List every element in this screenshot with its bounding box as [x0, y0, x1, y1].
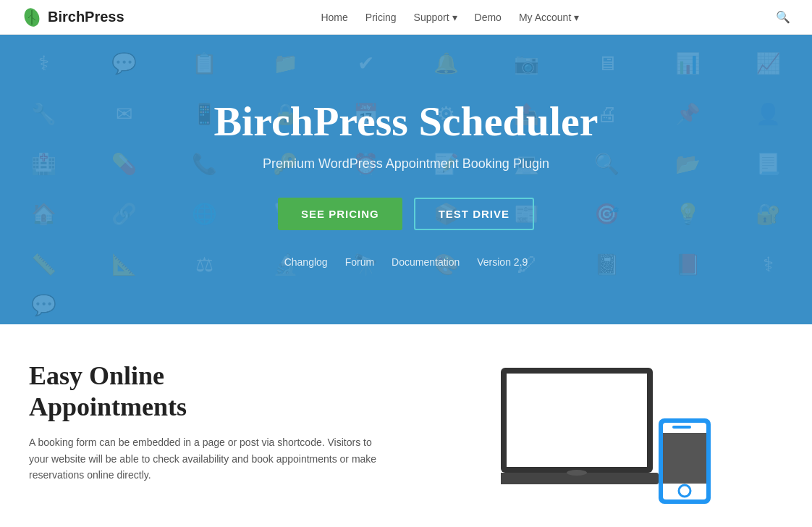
nav-item-myaccount[interactable]: My Account ▾ — [519, 11, 579, 24]
search-icon: 🔍 — [776, 11, 790, 23]
nav-item-demo[interactable]: Demo — [475, 11, 502, 24]
content-text-block: Easy OnlineAppointments A booking form c… — [29, 361, 384, 484]
content-description: A booking form can be embedded in a page… — [29, 434, 384, 483]
bg-icon: 📓 — [570, 243, 643, 286]
bg-icon: 🔧 — [7, 92, 80, 135]
bg-icon: 💬 — [88, 42, 161, 85]
version-link[interactable]: Version 2.9 — [477, 256, 528, 268]
changlog-link[interactable]: Changlog — [284, 256, 328, 268]
bg-icon: 📏 — [7, 243, 80, 286]
see-pricing-button[interactable]: SEE PRICING — [278, 198, 402, 230]
svg-rect-5 — [507, 374, 647, 467]
bg-icon: 💬 — [7, 293, 80, 317]
logo-text: BirchPress — [48, 9, 124, 25]
nav-item-support[interactable]: Support ▾ — [414, 11, 457, 24]
devices-illustration — [501, 368, 711, 520]
bg-icon: 📂 — [651, 143, 724, 185]
bg-icon: 🌐 — [168, 193, 241, 235]
bg-icon: 🏠 — [7, 193, 80, 235]
bg-icon: ✔ — [329, 42, 402, 85]
bg-icon: 📷 — [490, 42, 563, 85]
hero-title: BirchPress Scheduler — [213, 98, 598, 145]
bg-icon: 🔗 — [88, 193, 161, 235]
svg-rect-11 — [663, 433, 706, 484]
bg-icon: 🖥 — [570, 42, 643, 85]
hero-footer-links: Changlog Forum Documentation Version 2.9 — [284, 256, 528, 268]
nav-item-pricing[interactable]: Pricing — [365, 11, 397, 24]
bg-icon: 💡 — [651, 193, 724, 235]
nav-links: Home Pricing Support ▾ Demo My Account ▾ — [321, 11, 579, 24]
forum-link[interactable]: Forum — [345, 256, 374, 268]
bg-icon: 📌 — [651, 92, 724, 135]
bg-icon: ⚕ — [7, 42, 80, 85]
content-image — [428, 361, 783, 520]
birchpress-logo-icon — [22, 7, 42, 28]
bg-icon: 🏥 — [7, 143, 80, 185]
bg-icon: 📕 — [651, 243, 724, 286]
bg-icon: ✉ — [88, 92, 161, 135]
test-drive-button[interactable]: TEST DRIVE — [414, 198, 534, 230]
navbar: BirchPress Home Pricing Support ▾ Demo M… — [0, 0, 812, 35]
bg-icon: 📈 — [732, 42, 805, 85]
bg-icon: 📞 — [168, 143, 241, 185]
bg-icon: ⚖ — [168, 243, 241, 286]
bg-icon: 📐 — [88, 243, 161, 286]
documentation-link[interactable]: Documentation — [392, 256, 460, 268]
svg-rect-10 — [672, 426, 691, 429]
bg-icon: 👤 — [732, 92, 805, 135]
bg-icon: ⚕ — [732, 243, 805, 286]
bg-icon: 💊 — [88, 143, 161, 185]
bg-icon: 🔍 — [570, 143, 643, 185]
hero-section: ⚕ 💬 📋 📁 ✔ 🔔 📷 🖥 📊 📈 🔧 ✉ 📱 🔒 📅 ⚙ 📤 🖨 📌 👤 … — [0, 35, 812, 324]
bg-icon: 📁 — [249, 42, 322, 85]
logo-link[interactable]: BirchPress — [22, 7, 124, 28]
bg-icon: 📃 — [732, 143, 805, 185]
content-section: Easy OnlineAppointments A booking form c… — [0, 324, 812, 527]
hero-subtitle: Premium WordPress Appointment Booking Pl… — [263, 156, 549, 172]
nav-item-home[interactable]: Home — [321, 11, 347, 24]
bg-icon: 📋 — [168, 42, 241, 85]
hero-background-icons: ⚕ 💬 📋 📁 ✔ 🔔 📷 🖥 📊 📈 🔧 ✉ 📱 🔒 📅 ⚙ 📤 🖨 📌 👤 … — [0, 35, 812, 324]
bg-icon: 🔔 — [410, 42, 483, 85]
search-button[interactable]: 🔍 — [776, 10, 790, 24]
bg-icon: 🎯 — [570, 193, 643, 235]
hero-buttons: SEE PRICING TEST DRIVE — [278, 198, 534, 230]
bg-icon: 📊 — [651, 42, 724, 85]
content-title: Easy OnlineAppointments — [29, 361, 384, 423]
svg-point-7 — [567, 470, 587, 476]
bg-icon: 🔐 — [732, 193, 805, 235]
